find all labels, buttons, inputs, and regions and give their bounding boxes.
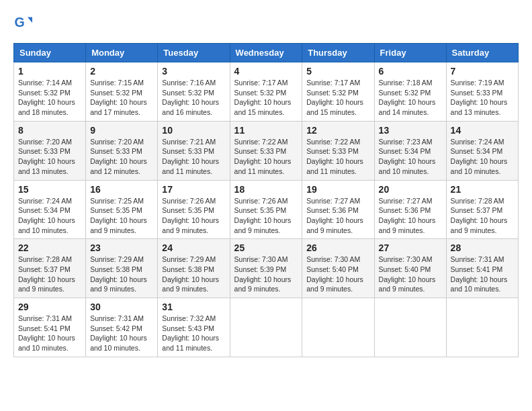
calendar-header-saturday: Saturday (446, 44, 518, 62)
day-info: Sunrise: 7:17 AM Sunset: 5:32 PM Dayligh… (234, 78, 298, 118)
day-info: Sunrise: 7:29 AM Sunset: 5:38 PM Dayligh… (90, 255, 153, 294)
day-number: 1 (18, 66, 81, 77)
day-info: Sunrise: 7:30 AM Sunset: 5:39 PM Dayligh… (234, 255, 298, 294)
calendar-header-sunday: Sunday (14, 44, 86, 62)
day-number: 23 (90, 242, 153, 253)
calendar-day-cell: 31 Sunrise: 7:32 AM Sunset: 5:43 PM Dayl… (158, 298, 230, 357)
calendar-day-cell: 7 Sunrise: 7:19 AM Sunset: 5:33 PM Dayli… (446, 62, 518, 122)
calendar-day-cell: 16 Sunrise: 7:25 AM Sunset: 5:35 PM Dayl… (86, 180, 158, 239)
day-info: Sunrise: 7:22 AM Sunset: 5:33 PM Dayligh… (306, 137, 369, 177)
day-info: Sunrise: 7:18 AM Sunset: 5:32 PM Dayligh… (379, 78, 442, 118)
day-number: 8 (18, 125, 81, 136)
calendar-day-cell: 29 Sunrise: 7:31 AM Sunset: 5:41 PM Dayl… (14, 298, 86, 357)
day-number: 11 (234, 125, 298, 136)
calendar-day-cell: 13 Sunrise: 7:23 AM Sunset: 5:34 PM Dayl… (374, 121, 446, 180)
day-info: Sunrise: 7:31 AM Sunset: 5:42 PM Dayligh… (90, 314, 153, 353)
calendar-day-cell: 5 Sunrise: 7:17 AM Sunset: 5:32 PM Dayli… (302, 62, 374, 122)
day-info: Sunrise: 7:24 AM Sunset: 5:34 PM Dayligh… (18, 196, 81, 236)
calendar-week-row: 1 Sunrise: 7:14 AM Sunset: 5:32 PM Dayli… (14, 62, 519, 122)
day-info: Sunrise: 7:24 AM Sunset: 5:34 PM Dayligh… (451, 137, 514, 177)
calendar-week-row: 22 Sunrise: 7:28 AM Sunset: 5:37 PM Dayl… (14, 239, 519, 298)
calendar-header-monday: Monday (86, 44, 158, 62)
calendar-day-cell: 3 Sunrise: 7:16 AM Sunset: 5:32 PM Dayli… (158, 62, 230, 122)
day-number: 22 (18, 242, 81, 253)
day-number: 12 (306, 125, 369, 136)
calendar-day-cell: 20 Sunrise: 7:27 AM Sunset: 5:36 PM Dayl… (374, 180, 446, 239)
day-info: Sunrise: 7:30 AM Sunset: 5:40 PM Dayligh… (306, 255, 369, 294)
calendar-empty-cell (374, 298, 446, 357)
day-number: 20 (379, 184, 442, 195)
page-header: G (13, 13, 519, 32)
calendar-day-cell: 30 Sunrise: 7:31 AM Sunset: 5:42 PM Dayl… (86, 298, 158, 357)
day-info: Sunrise: 7:14 AM Sunset: 5:32 PM Dayligh… (18, 78, 81, 118)
day-info: Sunrise: 7:20 AM Sunset: 5:33 PM Dayligh… (18, 137, 81, 177)
day-info: Sunrise: 7:29 AM Sunset: 5:38 PM Dayligh… (162, 255, 225, 294)
calendar-day-cell: 27 Sunrise: 7:30 AM Sunset: 5:40 PM Dayl… (374, 239, 446, 298)
day-info: Sunrise: 7:21 AM Sunset: 5:33 PM Dayligh… (162, 137, 225, 177)
calendar-day-cell: 4 Sunrise: 7:17 AM Sunset: 5:32 PM Dayli… (230, 62, 302, 122)
calendar-day-cell: 8 Sunrise: 7:20 AM Sunset: 5:33 PM Dayli… (14, 121, 86, 180)
calendar-day-cell: 22 Sunrise: 7:28 AM Sunset: 5:37 PM Dayl… (14, 239, 86, 298)
calendar-header-row: SundayMondayTuesdayWednesdayThursdayFrid… (14, 44, 519, 62)
day-info: Sunrise: 7:20 AM Sunset: 5:33 PM Dayligh… (90, 137, 153, 177)
day-info: Sunrise: 7:23 AM Sunset: 5:34 PM Dayligh… (379, 137, 442, 177)
day-number: 2 (90, 66, 153, 77)
day-number: 10 (162, 125, 225, 136)
day-info: Sunrise: 7:28 AM Sunset: 5:37 PM Dayligh… (18, 255, 81, 294)
calendar-week-row: 8 Sunrise: 7:20 AM Sunset: 5:33 PM Dayli… (14, 121, 519, 180)
day-number: 24 (162, 242, 225, 253)
calendar-day-cell: 23 Sunrise: 7:29 AM Sunset: 5:38 PM Dayl… (86, 239, 158, 298)
calendar-week-row: 15 Sunrise: 7:24 AM Sunset: 5:34 PM Dayl… (14, 180, 519, 239)
day-number: 27 (379, 242, 442, 253)
logo-icon: G (13, 13, 32, 32)
calendar-day-cell: 12 Sunrise: 7:22 AM Sunset: 5:33 PM Dayl… (302, 121, 374, 180)
calendar-day-cell: 11 Sunrise: 7:22 AM Sunset: 5:33 PM Dayl… (230, 121, 302, 180)
day-number: 30 (90, 302, 153, 312)
day-info: Sunrise: 7:17 AM Sunset: 5:32 PM Dayligh… (306, 78, 369, 118)
day-info: Sunrise: 7:27 AM Sunset: 5:36 PM Dayligh… (379, 196, 442, 236)
calendar-day-cell: 19 Sunrise: 7:27 AM Sunset: 5:36 PM Dayl… (302, 180, 374, 239)
day-number: 9 (90, 125, 153, 136)
calendar-day-cell: 1 Sunrise: 7:14 AM Sunset: 5:32 PM Dayli… (14, 62, 86, 122)
calendar-day-cell: 24 Sunrise: 7:29 AM Sunset: 5:38 PM Dayl… (158, 239, 230, 298)
day-info: Sunrise: 7:15 AM Sunset: 5:32 PM Dayligh… (90, 78, 153, 118)
calendar-day-cell: 26 Sunrise: 7:30 AM Sunset: 5:40 PM Dayl… (302, 239, 374, 298)
calendar-day-cell: 21 Sunrise: 7:28 AM Sunset: 5:37 PM Dayl… (446, 180, 518, 239)
logo: G (13, 13, 34, 32)
day-number: 3 (162, 66, 225, 77)
calendar-week-row: 29 Sunrise: 7:31 AM Sunset: 5:41 PM Dayl… (14, 298, 519, 357)
calendar-day-cell: 14 Sunrise: 7:24 AM Sunset: 5:34 PM Dayl… (446, 121, 518, 180)
day-info: Sunrise: 7:25 AM Sunset: 5:35 PM Dayligh… (90, 196, 153, 236)
day-number: 17 (162, 184, 225, 195)
day-info: Sunrise: 7:26 AM Sunset: 5:35 PM Dayligh… (162, 196, 225, 236)
calendar-day-cell: 25 Sunrise: 7:30 AM Sunset: 5:39 PM Dayl… (230, 239, 302, 298)
calendar-day-cell: 17 Sunrise: 7:26 AM Sunset: 5:35 PM Dayl… (158, 180, 230, 239)
day-number: 15 (18, 184, 81, 195)
calendar-header-tuesday: Tuesday (158, 44, 230, 62)
day-number: 14 (451, 125, 514, 136)
calendar-day-cell: 28 Sunrise: 7:31 AM Sunset: 5:41 PM Dayl… (446, 239, 518, 298)
day-info: Sunrise: 7:28 AM Sunset: 5:37 PM Dayligh… (451, 196, 514, 236)
day-number: 4 (234, 66, 298, 77)
day-info: Sunrise: 7:27 AM Sunset: 5:36 PM Dayligh… (306, 196, 369, 236)
day-number: 7 (451, 66, 514, 77)
day-number: 29 (18, 302, 81, 312)
day-number: 25 (234, 242, 298, 253)
day-number: 26 (306, 242, 369, 253)
day-info: Sunrise: 7:22 AM Sunset: 5:33 PM Dayligh… (234, 137, 298, 177)
calendar-header-friday: Friday (374, 44, 446, 62)
svg-marker-1 (28, 17, 32, 23)
calendar-table: SundayMondayTuesdayWednesdayThursdayFrid… (13, 43, 519, 357)
calendar-empty-cell (302, 298, 374, 357)
day-info: Sunrise: 7:31 AM Sunset: 5:41 PM Dayligh… (18, 314, 81, 353)
day-info: Sunrise: 7:26 AM Sunset: 5:35 PM Dayligh… (234, 196, 298, 236)
day-number: 21 (451, 184, 514, 195)
day-info: Sunrise: 7:16 AM Sunset: 5:32 PM Dayligh… (162, 78, 225, 118)
calendar-day-cell: 10 Sunrise: 7:21 AM Sunset: 5:33 PM Dayl… (158, 121, 230, 180)
day-number: 31 (162, 302, 225, 312)
calendar-day-cell: 9 Sunrise: 7:20 AM Sunset: 5:33 PM Dayli… (86, 121, 158, 180)
day-info: Sunrise: 7:31 AM Sunset: 5:41 PM Dayligh… (451, 255, 514, 294)
calendar-header-thursday: Thursday (302, 44, 374, 62)
day-number: 5 (306, 66, 369, 77)
svg-text:G: G (14, 15, 24, 30)
